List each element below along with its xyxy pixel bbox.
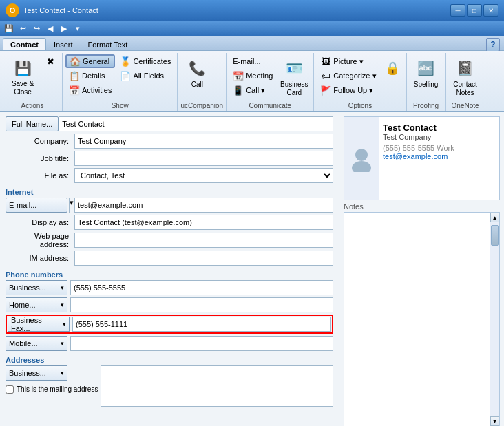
email-button[interactable]: E-mail... xyxy=(229,54,276,68)
options-label: Options xyxy=(317,100,403,111)
job-title-input[interactable] xyxy=(74,151,333,166)
contact-avatar xyxy=(344,117,379,200)
title-bar-text: Test Contact - Contact xyxy=(23,6,98,14)
picture-button[interactable]: 🖼 Picture ▾ xyxy=(317,54,379,68)
im-input[interactable] xyxy=(74,251,333,266)
uccompanion-content: 📞 Call xyxy=(180,54,223,100)
home-phone-arrow: ▾ xyxy=(61,301,64,308)
address-button[interactable]: Business... ▾ xyxy=(6,365,67,381)
call-button[interactable]: 📞 Call xyxy=(180,54,213,92)
address-row: Business... ▾ This is the mailing addres… xyxy=(6,365,333,407)
proofing-content: 🔤 Spelling xyxy=(410,54,443,100)
business-phone-row: Business... ▾ xyxy=(6,280,333,295)
business-card-button[interactable]: 🪪 BusinessCard xyxy=(277,54,311,100)
meeting-icon: 📆 xyxy=(233,70,244,81)
contact-card-inner: Test Contact Test Company (555) 555-5555… xyxy=(344,117,499,200)
uccompanion-label: ucCompanion xyxy=(180,100,223,111)
business-fax-button[interactable]: Business Fax... ▾ xyxy=(8,317,70,332)
tab-contact[interactable]: Contact xyxy=(3,38,46,50)
follow-up-icon: 🚩 xyxy=(320,85,331,96)
business-fax-input[interactable] xyxy=(72,317,331,332)
certificates-icon: 🏅 xyxy=(120,56,131,67)
mobile-phone-input[interactable] xyxy=(70,336,333,351)
ribbon-tabs: Contact Insert Format Text ? xyxy=(0,36,504,51)
qa-save-button[interactable]: 💾 xyxy=(3,22,15,34)
mobile-phone-button[interactable]: Mobile... ▾ xyxy=(6,336,67,351)
ribbon-group-uccompanion: 📞 Call ucCompanion xyxy=(178,53,227,111)
meeting-button[interactable]: 📆 Meeting xyxy=(229,69,276,83)
private-icon: 🔒 xyxy=(381,57,403,79)
categorize-icon: 🏷 xyxy=(320,70,331,81)
certificates-label: Certificates xyxy=(133,57,171,65)
scroll-thumb[interactable] xyxy=(491,225,499,246)
svg-text:O: O xyxy=(10,6,16,14)
company-input[interactable] xyxy=(74,134,333,149)
web-page-input[interactable] xyxy=(74,233,333,248)
ribbon-group-show: 🏠 General 📋 Details 📅 Activities 🏅 Certi… xyxy=(63,53,178,111)
card-company: Test Company xyxy=(383,133,495,141)
full-name-button[interactable]: Full Name... xyxy=(6,116,59,131)
delete-button[interactable]: ✖ xyxy=(41,54,59,68)
mailing-label: This is the mailing address xyxy=(17,385,98,394)
address-textarea[interactable] xyxy=(101,365,333,407)
all-fields-button[interactable]: 📄 All Fields xyxy=(116,69,174,83)
scroll-down-button[interactable]: ▼ xyxy=(490,416,500,426)
qa-undo-button[interactable]: ↩ xyxy=(17,22,29,34)
qa-customize-button[interactable]: ▾ xyxy=(72,22,84,34)
maximize-button[interactable]: □ xyxy=(467,4,482,17)
options-col1: 🖼 Picture ▾ 🏷 Categorize ▾ 🚩 Follow Up ▾ xyxy=(317,54,379,97)
scroll-up-button[interactable]: ▲ xyxy=(490,213,500,222)
ribbon-group-communicate: E-mail... 📆 Meeting 📱 Call ▾ 🪪 BusinessC… xyxy=(227,53,314,111)
display-as-row: Display as: xyxy=(6,215,333,230)
categorize-button[interactable]: 🏷 Categorize ▾ xyxy=(317,69,379,83)
business-phone-button[interactable]: Business... ▾ xyxy=(6,280,67,295)
all-fields-icon: 📄 xyxy=(120,70,131,81)
details-icon: 📋 xyxy=(69,70,80,81)
activities-button[interactable]: 📅 Activities xyxy=(65,83,115,97)
form-panel: Full Name... Company: Job title: File as… xyxy=(0,112,339,426)
general-button[interactable]: 🏠 General xyxy=(65,54,115,68)
minimize-button[interactable]: ─ xyxy=(450,4,465,17)
qa-arrow-right[interactable]: ▶ xyxy=(58,22,70,34)
contact-notes-icon: 📓 xyxy=(454,57,476,79)
private-button[interactable]: 🔒 xyxy=(381,54,403,82)
communicate-content: E-mail... 📆 Meeting 📱 Call ▾ 🪪 BusinessC… xyxy=(229,54,311,100)
call-label: Call xyxy=(191,81,203,89)
app-icon: O xyxy=(6,3,19,17)
communicate-call-label: Call ▾ xyxy=(246,86,265,95)
home-phone-button[interactable]: Home... ▾ xyxy=(6,297,67,312)
display-as-input[interactable] xyxy=(74,215,333,230)
communicate-call-button[interactable]: 📱 Call ▾ xyxy=(229,83,276,97)
certificates-button[interactable]: 🏅 Certificates xyxy=(116,54,174,68)
email-dropdown-btn[interactable]: ▾ xyxy=(69,198,70,213)
tab-insert[interactable]: Insert xyxy=(46,38,81,50)
file-as-select[interactable]: Contact, Test xyxy=(74,168,333,183)
follow-up-button[interactable]: 🚩 Follow Up ▾ xyxy=(317,83,379,97)
display-as-label: Display as: xyxy=(6,218,74,226)
contact-notes-button[interactable]: 📓 ContactNotes xyxy=(449,54,482,100)
show-buttons-col2: 🏅 Certificates 📄 All Fields xyxy=(116,54,174,83)
card-phone: (555) 555-5555 Work xyxy=(383,144,495,152)
web-page-row: Web page address: xyxy=(6,232,333,248)
qa-redo-button[interactable]: ↪ xyxy=(30,22,43,34)
help-button[interactable]: ? xyxy=(486,38,500,52)
tab-format-text[interactable]: Format Text xyxy=(80,38,135,50)
business-phone-input[interactable] xyxy=(70,280,333,295)
save-close-button[interactable]: 💾 Save &Close xyxy=(6,54,40,99)
email-input[interactable] xyxy=(74,198,333,213)
activities-icon: 📅 xyxy=(69,85,80,96)
ribbon-group-actions: 💾 Save &Close ✖ Actions xyxy=(3,53,63,111)
mobile-phone-label: Mobile... xyxy=(9,339,38,348)
mailing-checkbox[interactable] xyxy=(6,385,14,394)
details-button[interactable]: 📋 Details xyxy=(65,69,115,83)
show-buttons-col: 🏠 General 📋 Details 📅 Activities xyxy=(65,54,115,97)
im-row: IM address: xyxy=(6,251,333,266)
ribbon-group-onenote: 📓 ContactNotes OneNote xyxy=(446,53,485,111)
qa-arrow-left[interactable]: ◀ xyxy=(44,22,56,34)
home-phone-input[interactable] xyxy=(70,297,333,312)
email-button[interactable]: E-mail... xyxy=(6,198,67,213)
full-name-input[interactable] xyxy=(59,116,333,131)
notes-textarea[interactable] xyxy=(344,213,490,426)
close-button[interactable]: ✕ xyxy=(483,4,498,17)
spelling-button[interactable]: 🔤 Spelling xyxy=(410,54,443,92)
